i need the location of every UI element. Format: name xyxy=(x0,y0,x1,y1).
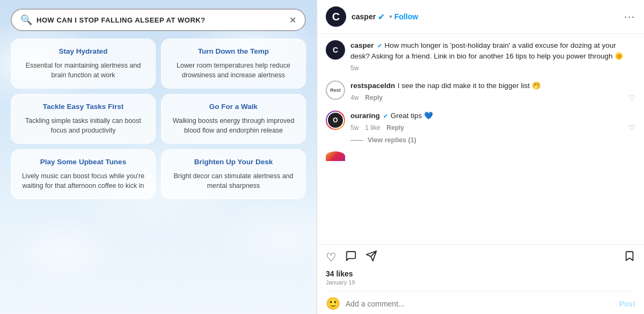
card-title: Brighten Up Your Desk xyxy=(170,157,297,167)
card-stay-hydrated: Stay Hydrated Essential for maintaining … xyxy=(11,39,156,89)
card-body: Essential for maintaining alertness and … xyxy=(20,61,147,81)
poster-avatar[interactable]: C xyxy=(326,6,346,27)
card-turn-down-temp: Turn Down the Temp Lower room temperatur… xyxy=(161,39,306,89)
comment-meta: 4w Reply ♡ xyxy=(350,93,635,102)
verified-icon: ✔ xyxy=(383,113,388,119)
comment-time: 5w xyxy=(350,124,358,132)
search-bar[interactable]: 🔍 HOW CAN I STOP FALLING ALSEEP AT WORK?… xyxy=(11,9,306,31)
left-content: 🔍 HOW CAN I STOP FALLING ALSEEP AT WORK?… xyxy=(0,0,317,208)
commenter-username[interactable]: ouraring xyxy=(350,112,380,120)
card-body: Lower room temperatures help reduce drow… xyxy=(170,61,297,81)
comment-time: 5w xyxy=(350,64,358,72)
comment-likes: 1 like xyxy=(365,124,380,132)
poster-username[interactable]: casper xyxy=(352,12,376,21)
card-title: Go For a Walk xyxy=(170,102,297,112)
emoji-icon[interactable]: 🙂 xyxy=(326,297,340,311)
add-comment-input[interactable] xyxy=(346,300,614,308)
share-icon[interactable] xyxy=(365,250,377,265)
partial-comment xyxy=(326,151,635,161)
comment-text-body: I see the nap did make it to the bigger … xyxy=(398,82,541,90)
bookmark-icon[interactable] xyxy=(624,250,635,265)
more-options-icon[interactable]: ··· xyxy=(624,11,635,23)
comment-meta: 5w 1 like Reply ♡ xyxy=(350,123,635,132)
comment-icon[interactable] xyxy=(345,250,357,265)
add-comment-row: 🙂 Post xyxy=(326,291,635,311)
view-replies[interactable]: View replies (1) xyxy=(350,136,635,144)
comment-content: restspaceldn I see the nap did make it t… xyxy=(350,81,635,102)
close-icon[interactable]: ✕ xyxy=(289,15,296,25)
like-icon[interactable]: ♡ xyxy=(326,251,336,265)
like-comment-icon[interactable]: ♡ xyxy=(628,123,635,132)
comment-time: 4w xyxy=(350,94,358,101)
left-panel: 🔍 HOW CAN I STOP FALLING ALSEEP AT WORK?… xyxy=(0,0,317,314)
post-caption: How much longer is 'post-holiday brain' … xyxy=(350,41,624,60)
likes-count: 34 likes xyxy=(326,269,635,278)
tips-grid: Stay Hydrated Essential for maintaining … xyxy=(11,39,306,199)
card-body: Bright decor can stimulate alertness and… xyxy=(170,171,297,192)
commenter-username[interactable]: restspaceldn xyxy=(350,82,395,90)
post-comment-button[interactable]: Post xyxy=(619,300,635,308)
partial-avatar xyxy=(326,151,345,161)
post-header: C casper ✔ • Follow ··· xyxy=(317,0,644,34)
avatar-inner: O xyxy=(328,113,343,128)
separator-dot: • xyxy=(389,12,392,21)
card-brighten-desk: Brighten Up Your Desk Bright decor can s… xyxy=(161,149,306,199)
follow-button[interactable]: Follow xyxy=(394,12,418,21)
card-title: Turn Down the Temp xyxy=(170,47,297,56)
like-comment-icon[interactable]: ♡ xyxy=(628,93,635,102)
comments-section: C casper ✔ How much longer is 'post-holi… xyxy=(317,34,644,244)
action-bar: ♡ 34 likes January 19 🙂 xyxy=(317,244,644,314)
card-title: Stay Hydrated xyxy=(20,47,147,56)
reply-button[interactable]: Reply xyxy=(365,94,383,101)
search-icon: 🔍 xyxy=(20,14,32,26)
main-post-comment: C casper ✔ How much longer is 'post-holi… xyxy=(326,40,635,72)
comment-restspaceldn: Rest restspaceldn I see the nap did make… xyxy=(326,81,635,102)
search-query: HOW CAN I STOP FALLING ALSEEP AT WORK? xyxy=(36,16,285,24)
card-title: Tackle Easy Tasks First xyxy=(20,102,147,112)
card-go-for-walk: Go For a Walk Walking boosts energy thro… xyxy=(161,94,306,144)
verified-icon: ✔ xyxy=(377,42,382,49)
commenter-avatar-rest[interactable]: Rest xyxy=(326,81,345,100)
card-body: Tackling simple tasks initially can boos… xyxy=(20,116,147,136)
view-replies-text[interactable]: View replies (1) xyxy=(368,136,416,144)
action-icons: ♡ xyxy=(326,250,635,265)
commenter-avatar-our[interactable]: O xyxy=(326,111,345,130)
post-date: January 19 xyxy=(326,279,635,286)
verified-badge: ✔ xyxy=(378,12,385,22)
comment-meta: 5w xyxy=(350,64,635,72)
comment-content: ouraring ✔ Great tips 💙 5w 1 like Reply … xyxy=(350,111,635,132)
card-play-tunes: Play Some Upbeat Tunes Lively music can … xyxy=(11,149,156,199)
card-body: Lively music can boost focus while you'r… xyxy=(20,171,147,192)
reply-button[interactable]: Reply xyxy=(386,124,404,132)
card-body: Walking boosts energy through improved b… xyxy=(170,116,297,136)
replies-line xyxy=(350,140,363,141)
commenter-username[interactable]: casper xyxy=(350,41,374,49)
comment-ouraring: O ouraring ✔ Great tips 💙 5w 1 like Repl… xyxy=(326,111,635,132)
comment-content: casper ✔ How much longer is 'post-holida… xyxy=(350,40,635,72)
commenter-avatar[interactable]: C xyxy=(326,40,345,60)
comment-text-body: Great tips 💙 xyxy=(391,112,433,120)
card-title: Play Some Upbeat Tunes xyxy=(20,157,147,167)
card-tackle-easy: Tackle Easy Tasks First Tackling simple … xyxy=(11,94,156,144)
right-panel: C casper ✔ • Follow ··· C casper ✔ How m… xyxy=(317,0,644,314)
